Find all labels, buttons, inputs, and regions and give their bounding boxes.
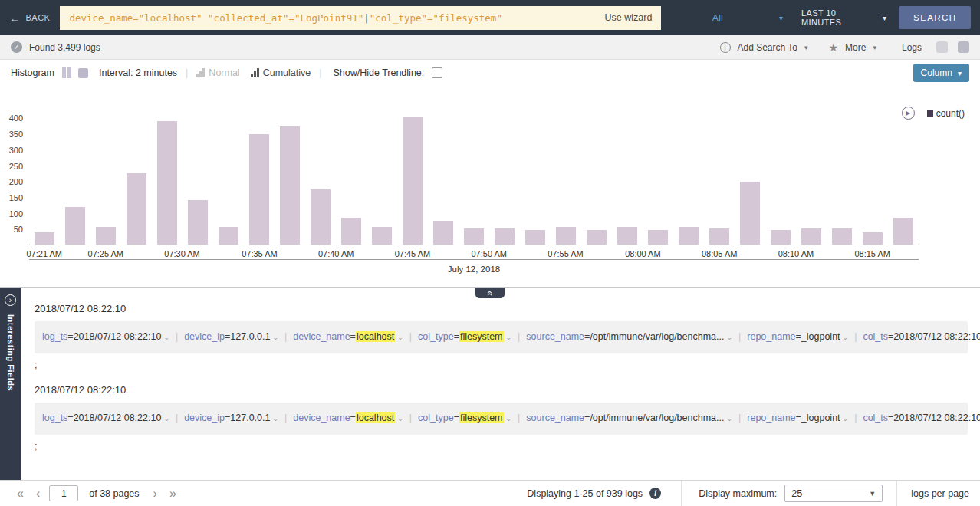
previous-page-icon[interactable]: ‹ xyxy=(36,487,40,501)
page-number-input[interactable] xyxy=(49,485,78,501)
histogram-bar-08:07[interactable] xyxy=(740,182,760,245)
field-name: device_name xyxy=(293,331,350,342)
histogram-bar-07:21[interactable] xyxy=(35,232,54,245)
y-axis-label: 400 xyxy=(9,113,23,123)
field-chip-col_type[interactable]: col_type=filesystem⌄ xyxy=(418,331,511,342)
column-type-button[interactable]: Column ▾ xyxy=(913,64,969,82)
field-caret-icon[interactable]: ⌄ xyxy=(163,415,169,422)
field-caret-icon[interactable]: ⌄ xyxy=(726,334,732,341)
normal-toggle[interactable]: Normal xyxy=(209,67,239,78)
interesting-fields-sidebar[interactable]: › Interesting Fields xyxy=(0,288,21,480)
histogram-bar-07:31[interactable] xyxy=(188,200,208,245)
field-chip-source_name[interactable]: source_name=/opt/immune/var/log/benchma.… xyxy=(526,331,732,342)
field-chip-col_ts[interactable]: col_ts=2018/07/12 08:22:10⌄ xyxy=(863,331,980,342)
histogram-bar-08:01[interactable] xyxy=(648,230,668,245)
play-icon[interactable]: ▶ xyxy=(902,107,915,120)
display-maximum-value: 25 xyxy=(791,488,802,499)
field-caret-icon[interactable]: ⌄ xyxy=(506,334,512,341)
histogram-bar-07:47[interactable] xyxy=(433,221,453,245)
histogram-bar-07:55[interactable] xyxy=(556,227,576,245)
field-name: device_ip xyxy=(184,331,225,342)
next-page-icon[interactable]: › xyxy=(153,487,157,501)
log-raw-text: ; xyxy=(35,441,968,452)
expand-sidebar-icon[interactable]: › xyxy=(5,294,16,306)
field-caret-icon[interactable]: ⌄ xyxy=(163,334,169,341)
y-axis-label: 150 xyxy=(9,193,23,202)
histogram-bar-08:13[interactable] xyxy=(832,228,852,245)
histogram-bar-07:43[interactable] xyxy=(372,227,392,245)
toolbar-separator: | xyxy=(319,67,321,78)
histogram-bar-07:51[interactable] xyxy=(495,228,515,245)
field-chip-device_name[interactable]: device_name=localhost⌄ xyxy=(293,412,403,423)
time-range-dropdown[interactable]: LAST 10 MINUTES ▾ xyxy=(801,8,886,27)
histogram-bar-07:41[interactable] xyxy=(341,218,361,245)
field-chip-source_name[interactable]: source_name=/opt/immune/var/log/benchma.… xyxy=(526,412,732,423)
histogram-bar-08:17[interactable] xyxy=(893,218,913,245)
field-chip-device_name[interactable]: device_name=localhost⌄ xyxy=(293,331,403,342)
search-query-input[interactable]: device_name="localhost" "collected_at"="… xyxy=(60,6,661,30)
histogram-bar-07:29[interactable] xyxy=(157,121,177,245)
field-caret-icon[interactable]: ⌄ xyxy=(272,334,278,341)
more-dropdown[interactable]: More xyxy=(845,42,866,53)
normal-chart-icon[interactable] xyxy=(196,68,205,77)
histogram-bar-08:15[interactable] xyxy=(863,232,883,245)
histogram-bar-07:25[interactable] xyxy=(96,227,116,245)
histogram-bar-07:27[interactable] xyxy=(127,173,146,245)
field-caret-icon[interactable]: ⌄ xyxy=(397,415,403,422)
collapse-histogram-button[interactable]: « xyxy=(475,288,505,298)
field-chip-col_ts[interactable]: col_ts=2018/07/12 08:22:10⌄ xyxy=(863,412,980,423)
field-chip-log_ts[interactable]: log_ts=2018/07/12 08:22:10⌄ xyxy=(42,331,169,342)
scope-dropdown[interactable]: All ▾ xyxy=(712,12,783,24)
field-caret-icon[interactable]: ⌄ xyxy=(397,334,403,341)
field-caret-icon[interactable]: ⌄ xyxy=(726,415,732,422)
histogram-bar-08:09[interactable] xyxy=(771,230,791,245)
field-caret-icon[interactable]: ⌄ xyxy=(843,334,849,341)
histogram-bar-slot xyxy=(489,109,520,245)
histogram-bar-07:53[interactable] xyxy=(525,230,545,245)
display-maximum-select[interactable]: 25 ▼ xyxy=(784,485,883,502)
histogram-bar-07:35[interactable] xyxy=(249,134,269,245)
grid-view-toggle-icon[interactable] xyxy=(958,41,969,53)
histogram-bar-08:05[interactable] xyxy=(709,228,729,245)
list-view-toggle-icon[interactable] xyxy=(936,41,948,53)
first-page-icon[interactable]: « xyxy=(17,487,24,501)
trendline-checkbox[interactable] xyxy=(432,67,442,78)
field-value: localhost xyxy=(356,412,395,423)
histogram-bar-08:11[interactable] xyxy=(801,228,821,245)
field-caret-icon[interactable]: ⌄ xyxy=(272,415,278,422)
histogram-bar-07:23[interactable] xyxy=(65,207,85,245)
field-chip-device_ip[interactable]: device_ip=127.0.0.1⌄ xyxy=(184,412,278,423)
field-chip-repo_name[interactable]: repo_name=_logpoint⌄ xyxy=(747,331,848,342)
cumulative-chart-icon[interactable] xyxy=(251,68,259,77)
field-chip-log_ts[interactable]: log_ts=2018/07/12 08:22:10⌄ xyxy=(42,412,169,423)
back-button[interactable]: ← BACK xyxy=(9,12,50,24)
query-pipe: | xyxy=(363,12,370,24)
field-name: repo_name xyxy=(747,331,795,342)
cumulative-toggle[interactable]: Cumulative xyxy=(263,67,311,78)
histogram-bar-07:45[interactable] xyxy=(403,117,423,245)
field-chip-col_type[interactable]: col_type=filesystem⌄ xyxy=(418,412,511,423)
histogram-bar-07:57[interactable] xyxy=(587,230,607,245)
histogram-bar-07:49[interactable] xyxy=(464,228,484,245)
info-icon[interactable]: i xyxy=(649,488,661,499)
y-axis-label: 200 xyxy=(9,177,23,186)
histogram-bar-08:03[interactable] xyxy=(679,227,699,245)
histogram-bar-07:39[interactable] xyxy=(311,189,331,245)
use-wizard-link[interactable]: Use wizard xyxy=(605,12,653,23)
search-button[interactable]: SEARCH xyxy=(899,6,971,29)
field-name: col_type xyxy=(418,331,454,342)
field-caret-icon[interactable]: ⌄ xyxy=(843,415,849,422)
histogram-split-view-icon[interactable] xyxy=(62,67,74,78)
histogram-bar-07:33[interactable] xyxy=(219,227,238,245)
field-chip-repo_name[interactable]: repo_name=_logpoint⌄ xyxy=(747,412,848,423)
last-page-icon[interactable]: » xyxy=(169,487,176,501)
histogram-full-view-icon[interactable] xyxy=(78,68,88,78)
histogram-bar-07:59[interactable] xyxy=(617,227,637,245)
logpoint-search-app: ← BACK device_name="localhost" "collecte… xyxy=(0,0,980,506)
field-caret-icon[interactable]: ⌄ xyxy=(506,415,512,422)
field-value: /opt/immune/var/log/benchma... xyxy=(590,412,724,423)
field-chip-device_ip[interactable]: device_ip=127.0.0.1⌄ xyxy=(184,331,278,342)
histogram-bar-07:37[interactable] xyxy=(280,127,300,245)
query-text: device_name="localhost" "collected_at"="… xyxy=(69,12,363,24)
add-search-to-dropdown[interactable]: Add Search To xyxy=(738,42,798,53)
